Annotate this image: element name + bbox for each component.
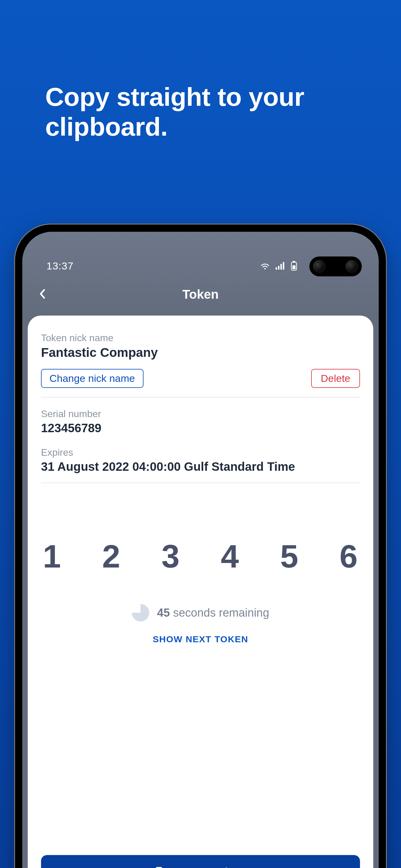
show-next-token-button[interactable]: SHOW NEXT TOKEN	[41, 634, 360, 644]
hero-line-1: Copy straight to your	[45, 82, 304, 111]
serial-label: Serial number	[41, 408, 360, 420]
token-digit: 2	[102, 537, 121, 575]
copy-token-button[interactable]: Copy Token	[41, 855, 360, 868]
nickname-label: Token nick name	[41, 333, 360, 344]
card-backdrop: Token nick name Fantastic Company Change…	[22, 315, 379, 868]
countdown-suffix: seconds remaining	[170, 607, 269, 619]
token-digit: 6	[339, 537, 358, 575]
svg-rect-6	[292, 266, 296, 269]
phone-camera-cutout	[309, 256, 362, 276]
svg-rect-0	[276, 267, 277, 270]
nickname-actions: Change nick name Delete	[41, 369, 360, 388]
serial-value: 123456789	[41, 421, 360, 435]
status-right-cluster	[260, 261, 297, 271]
expires-block: Expires 31 August 2022 04:00:00 Gulf Sta…	[41, 447, 360, 473]
countdown-text: 45 seconds remaining	[157, 607, 269, 619]
wifi-icon	[260, 262, 270, 270]
expires-value: 31 August 2022 04:00:00 Gulf Standard Ti…	[41, 460, 360, 473]
token-digit: 5	[280, 537, 299, 575]
token-card: Token nick name Fantastic Company Change…	[28, 315, 373, 868]
divider	[41, 483, 360, 483]
camera-lens-icon	[345, 260, 358, 273]
token-digit: 3	[162, 537, 180, 575]
serial-block: Serial number 123456789	[41, 408, 360, 435]
svg-rect-4	[293, 261, 296, 262]
phone-frame: 13:37	[15, 224, 386, 868]
token-code: 1 2 3 4 5 6	[41, 537, 360, 575]
change-nickname-button[interactable]: Change nick name	[41, 369, 144, 388]
phone-screen: 13:37	[22, 232, 379, 868]
page-title: Token	[22, 287, 379, 302]
svg-rect-3	[283, 262, 284, 270]
nickname-value: Fantastic Company	[41, 345, 360, 360]
countdown-seconds: 45	[157, 607, 170, 619]
battery-icon	[291, 261, 297, 271]
svg-rect-1	[278, 266, 279, 270]
nickname-block: Token nick name Fantastic Company	[41, 333, 360, 360]
delete-button[interactable]: Delete	[311, 369, 360, 388]
expires-label: Expires	[41, 447, 360, 458]
hero-line-2: clipboard.	[45, 112, 167, 141]
cellular-signal-icon	[276, 262, 285, 270]
countdown: 45 seconds remaining	[41, 604, 360, 621]
status-time: 13:37	[47, 260, 73, 272]
copy-token-label: Copy Token	[173, 865, 248, 868]
copy-icon	[154, 865, 166, 868]
svg-rect-2	[280, 264, 282, 270]
countdown-pie-icon	[132, 604, 149, 621]
token-digit: 1	[43, 537, 62, 575]
token-digit: 4	[221, 537, 239, 575]
hero-headline: Copy straight to your clipboard.	[45, 82, 304, 142]
camera-lens-icon	[313, 260, 326, 273]
divider	[41, 397, 360, 398]
